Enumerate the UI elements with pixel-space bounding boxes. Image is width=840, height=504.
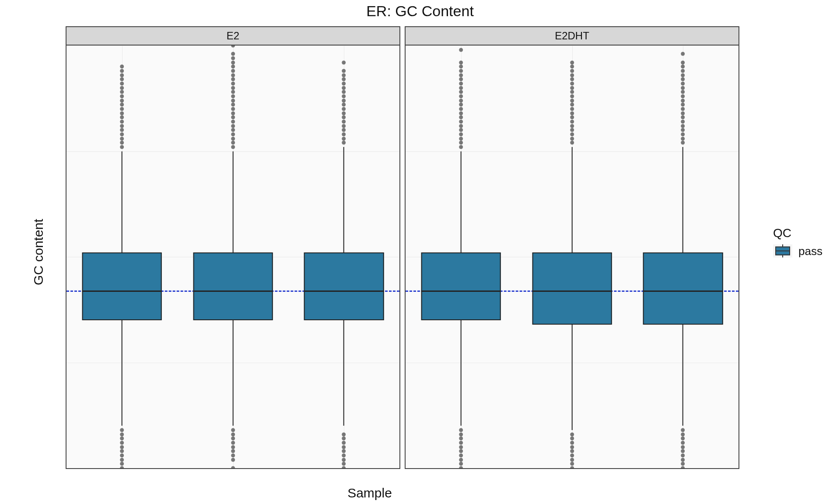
boxplot: [421, 46, 501, 468]
facet-header: E2DHT: [406, 27, 738, 46]
facet-panel: E2DHTE2DHT_1E2DHT_2E2DHT_3: [405, 26, 739, 469]
legend-item-label: pass: [798, 244, 822, 258]
facet-header: E2: [66, 27, 399, 46]
legend-swatch: [773, 245, 792, 258]
x-axis-label: Sample: [0, 486, 739, 500]
boxplot: [304, 46, 384, 468]
boxplot: [532, 46, 612, 468]
boxplot: [82, 46, 162, 468]
facet-body: E2DHT_1E2DHT_2E2DHT_3: [406, 46, 738, 468]
facet-body: 0%25%50%75%100%E2_1E2_2E2_3: [66, 46, 399, 468]
plot-area: E20%25%50%75%100%E2_1E2_2E2_3E2DHTE2DHT_…: [66, 26, 739, 469]
chart-container: ER: GC Content GC content Sample QC pass…: [0, 0, 840, 504]
legend-item-pass: pass: [773, 244, 822, 258]
chart-title: ER: GC Content: [0, 3, 840, 20]
legend-title: QC: [773, 226, 822, 240]
y-axis-label: GC content: [31, 219, 46, 285]
boxplot: [193, 46, 273, 468]
facet-panel: E20%25%50%75%100%E2_1E2_2E2_3: [66, 26, 400, 469]
legend: QC pass: [773, 226, 822, 258]
boxplot: [643, 46, 723, 468]
